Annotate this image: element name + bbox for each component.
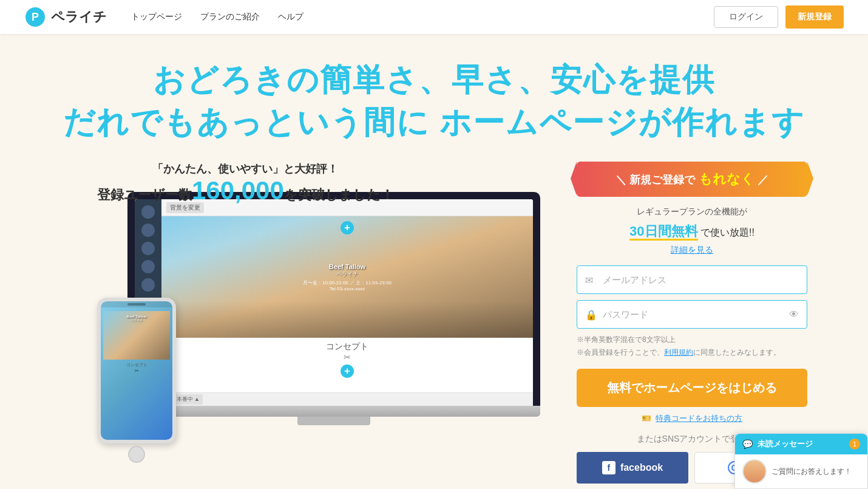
form-days-free: 30日間無料 で使い放題!! <box>577 222 807 241</box>
promo-banner: ＼ 新規ご登録で もれなく ／ <box>577 162 807 197</box>
laptop-mockup: 背景を変更 Beef Tallow ペライチ 月〜金：10: <box>127 192 540 425</box>
screen-title-overlay: Beef Tallow ペライチ 月〜金：10:00-21:00 ／ 土：11:… <box>303 263 392 292</box>
header: P ペライチ トップページ プランのご紹介 ヘルプ ログイン 新規登録 <box>0 0 868 34</box>
hero-headline: おどろきの簡単さ、早さ、安心を提供 だれでもあっという間に ホームページが作れま… <box>0 58 868 143</box>
sidebar-dot-2 <box>141 224 155 237</box>
screen-restaurant-name2: ペライチ <box>303 270 392 278</box>
phone-concept-text: コンセプト ✂ <box>103 360 170 376</box>
chat-unread-badge: 1 <box>849 439 860 450</box>
screen-restaurant-name: Beef Tallow <box>303 263 392 270</box>
chat-header-label: 未読メッセージ <box>758 439 813 450</box>
chat-body: ご質問にお答えします！ <box>735 454 867 488</box>
sidebar-dot-1 <box>141 205 155 219</box>
form-detail-link: 詳細を見る <box>577 244 807 256</box>
header-left: P ペライチ トップページ プランのご紹介 ヘルプ <box>24 6 303 28</box>
chat-avatar-row: ご質問にお答えします！ <box>742 459 860 484</box>
phone-mockup: Beef Tallow ペライチ コンセプト ✂ <box>97 298 176 465</box>
lock-icon: 🔒 <box>585 309 597 320</box>
headline-line1: おどろきの簡単さ、早さ、安心を提供 <box>153 62 715 97</box>
eye-icon[interactable]: 👁 <box>789 309 799 320</box>
screen-photo: Beef Tallow ペライチ 月〜金：10:00-21:00 ／ 土：11:… <box>161 216 533 338</box>
password-note: ※半角英数字混在で8文字以上 <box>577 335 807 345</box>
nav-item-top[interactable]: トップページ <box>131 12 182 22</box>
form-detail-anchor[interactable]: 詳細を見る <box>671 245 713 255</box>
email-input-wrap: ✉ <box>577 265 807 294</box>
login-button[interactable]: ログイン <box>714 6 778 28</box>
terms-link[interactable]: 利用規約 <box>664 348 693 357</box>
coupon-anchor[interactable]: 特典コードをお持ちの方 <box>656 414 742 423</box>
phone-home-button[interactable] <box>128 446 145 463</box>
screen-plus-top[interactable]: + <box>341 221 354 234</box>
header-right: ログイン 新規登録 <box>714 5 844 29</box>
screen-hours: 月〜金：10:00-21:00 ／ 土：11:03-23:00Tel 03-xx… <box>303 279 392 292</box>
form-days-label: 30日間無料 <box>629 224 697 241</box>
laptop-screen-outer: 背景を変更 Beef Tallow ペライチ 月〜金：10: <box>127 192 540 406</box>
svg-text:P: P <box>32 11 39 23</box>
sidebar-dot-3 <box>141 242 155 255</box>
hero-section: おどろきの簡単さ、早さ、安心を提供 だれでもあっという間に ホームページが作れま… <box>0 34 868 489</box>
logo-text-label: ペライチ <box>51 8 107 26</box>
screen-scissors-icon: ✂ <box>168 352 527 362</box>
terms-note-suffix: に同意したとみなします。 <box>693 348 781 357</box>
chat-widget[interactable]: 💬 未読メッセージ 1 ご質問にお答えします！ <box>734 433 868 489</box>
facebook-login-button[interactable]: f facebook <box>577 452 688 484</box>
nav: トップページ プランのご紹介 ヘルプ <box>131 12 303 22</box>
promo-highlight: もれなく <box>699 171 754 186</box>
screen-main: 背景を変更 Beef Tallow ペライチ 月〜金：10: <box>161 199 533 406</box>
chat-avatar <box>742 459 767 484</box>
screen-edit-bar: ＋ 本番中 ▲ <box>161 392 533 406</box>
facebook-icon: f <box>602 461 615 474</box>
screen-concept-label: コンセプト <box>168 341 527 352</box>
floating-line1: 「かんたん、使いやすい」と大好評！ <box>97 162 394 176</box>
headline-line2: だれでもあっという間に ホームページが作れます <box>63 104 805 140</box>
phone-outer: Beef Tallow ペライチ コンセプト ✂ <box>97 298 176 443</box>
screen-bottom-section: コンセプト ✂ + <box>161 338 533 384</box>
start-button[interactable]: 無料でホームページをはじめる <box>577 369 807 407</box>
sidebar-dot-5 <box>141 278 155 292</box>
logo-icon: P <box>24 6 46 28</box>
phone-notch <box>101 301 172 307</box>
laptop-base <box>127 406 540 417</box>
chat-bubble-icon: 💬 <box>742 439 753 449</box>
phone-content: Beef Tallow ペライチ コンセプト ✂ <box>101 307 172 380</box>
coupon-link: 🎫 特典コードをお持ちの方 <box>577 413 807 424</box>
user-count: 160,000 <box>192 176 284 205</box>
email-icon: ✉ <box>585 274 593 286</box>
laptop-screen: 背景を変更 Beef Tallow ペライチ 月〜金：10: <box>135 199 533 406</box>
password-input-wrap: 🔒 👁 <box>577 300 807 329</box>
chat-avatar-face <box>744 460 765 482</box>
phone-screen: Beef Tallow ペライチ コンセプト ✂ <box>101 301 172 440</box>
phone-scissors: ✂ <box>106 368 168 374</box>
hero-left: 「かんたん、使いやすい」と大好評！ 登録ユーザー数160,000を突破しました！ <box>61 162 558 465</box>
form-description: レギュラープランの全機能が <box>577 207 807 217</box>
facebook-label: facebook <box>620 462 663 473</box>
screen-content: 背景を変更 Beef Tallow ペライチ 月〜金：10: <box>135 199 533 406</box>
terms-note-prefix: ※会員登録を行うことで、 <box>577 348 664 357</box>
chat-header[interactable]: 💬 未読メッセージ 1 <box>735 434 867 454</box>
phone-screen-image: Beef Tallow ペライチ <box>103 311 170 360</box>
chat-message: ご質問にお答えします！ <box>771 467 852 477</box>
laptop-stand <box>297 417 370 425</box>
nav-item-help[interactable]: ヘルプ <box>278 12 303 22</box>
nav-item-plans[interactable]: プランのご紹介 <box>200 12 260 22</box>
sidebar-dot-4 <box>141 260 155 273</box>
register-button[interactable]: 新規登録 <box>785 5 844 29</box>
password-input[interactable] <box>577 300 807 329</box>
floating-line2: 登録ユーザー数160,000を突破しました！ <box>97 176 394 205</box>
floating-text: 「かんたん、使いやすい」と大好評！ 登録ユーザー数160,000を突破しました！ <box>97 162 394 205</box>
terms-note: ※会員登録を行うことで、利用規約に同意したとみなします。 <box>577 347 807 358</box>
promo-text-prefix: ＼ 新規ご登録で <box>615 174 695 186</box>
logo[interactable]: P ペライチ <box>24 6 107 28</box>
promo-text-suffix: ／ <box>758 174 768 186</box>
email-input[interactable] <box>577 265 807 294</box>
phone-restaurant-name2: ペライチ <box>107 318 166 322</box>
coupon-icon: 🎫 <box>642 414 651 423</box>
screen-plus-bottom[interactable]: + <box>341 364 354 378</box>
form-days-suffix: で使い放題!! <box>700 227 754 238</box>
